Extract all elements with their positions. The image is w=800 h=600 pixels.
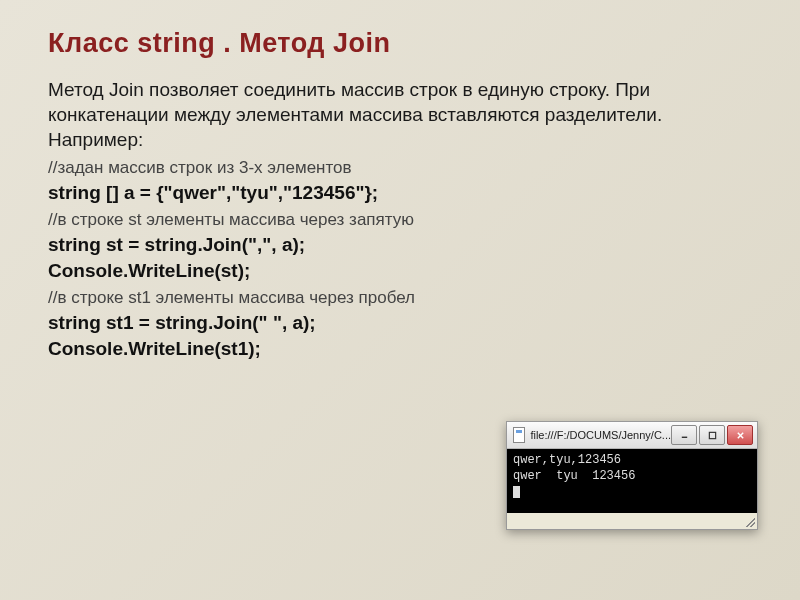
code-line-3: Console.WriteLine(st); <box>48 260 752 282</box>
comment-3: //в строке st1 элементы массива через пр… <box>48 288 752 308</box>
comment-1: //задан массив строк из 3-х элементов <box>48 158 752 178</box>
statusbar <box>507 513 757 529</box>
window-buttons <box>671 425 753 445</box>
minimize-button[interactable] <box>671 425 697 445</box>
console-window: file:///F:/DOCUMS/Jenny/C... qwer,tyu,12… <box>506 421 758 530</box>
close-button[interactable] <box>727 425 753 445</box>
code-line-2: string st = string.Join(",", a); <box>48 234 752 256</box>
intro-paragraph: Метод Join позволяет соединить массив ст… <box>48 77 752 152</box>
cursor-icon <box>513 486 520 498</box>
code-line-4: string st1 = string.Join(" ", a); <box>48 312 752 334</box>
code-line-1: string [] a = {"qwer","tyu","123456"}; <box>48 182 752 204</box>
comment-2: //в строке st элементы массива через зап… <box>48 210 752 230</box>
maximize-button[interactable] <box>699 425 725 445</box>
svg-rect-1 <box>709 432 715 438</box>
app-icon <box>513 427 525 443</box>
slide-title: Класс string . Метод Join <box>48 28 752 59</box>
console-line-1: qwer,tyu,123456 <box>513 453 621 467</box>
resize-grip-icon[interactable] <box>743 515 755 527</box>
code-line-5: Console.WriteLine(st1); <box>48 338 752 360</box>
console-output: qwer,tyu,123456 qwer tyu 123456 <box>507 449 757 513</box>
window-title: file:///F:/DOCUMS/Jenny/C... <box>530 429 671 441</box>
console-line-2: qwer tyu 123456 <box>513 469 635 483</box>
window-titlebar: file:///F:/DOCUMS/Jenny/C... <box>507 422 757 449</box>
